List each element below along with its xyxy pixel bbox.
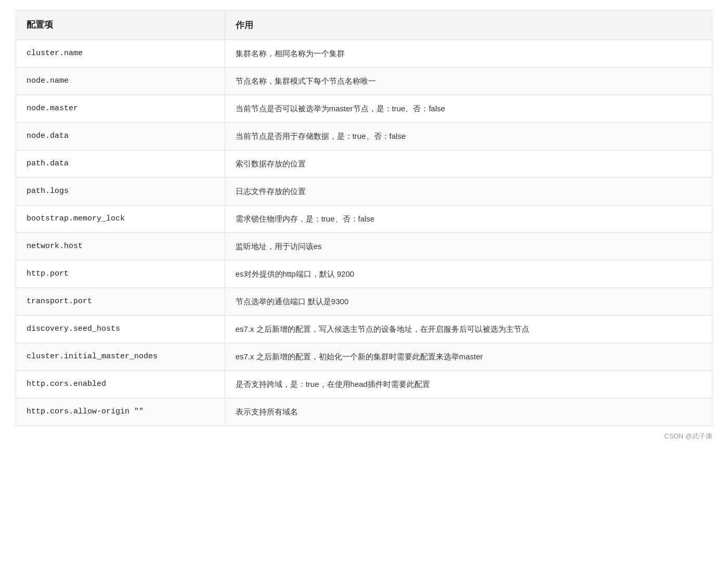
table-row: transport.port节点选举的通信端口 默认是9300 (16, 288, 712, 316)
page-container: 配置项 作用 cluster.name集群名称，相同名称为一个集群node.na… (0, 0, 728, 571)
cell-config: cluster.name (16, 40, 225, 68)
cell-config: path.data (16, 150, 225, 178)
cell-desc: 日志文件存放的位置 (225, 178, 712, 205)
table-row: bootstrap.memory_lock需求锁住物理内存，是：true、否：f… (16, 205, 712, 233)
config-table: 配置项 作用 cluster.name集群名称，相同名称为一个集群node.na… (16, 10, 712, 426)
cell-desc: 节点名称，集群模式下每个节点名称唯一 (225, 68, 712, 95)
cell-config: node.master (16, 95, 225, 123)
cell-config: transport.port (16, 288, 225, 316)
table-row: http.cors.allow-origin ""表示支持所有域名 (16, 398, 712, 426)
watermark: CSDN @武子康 (16, 431, 712, 442)
cell-config: discovery.seed_hosts (16, 316, 225, 343)
cell-desc: 集群名称，相同名称为一个集群 (225, 40, 712, 68)
table-row: cluster.initial_master_nodeses7.x 之后新增的配… (16, 343, 712, 371)
table-body: cluster.name集群名称，相同名称为一个集群node.name节点名称，… (16, 40, 712, 426)
cell-desc: es7.x 之后新增的配置，写入候选主节点的设备地址，在开启服务后可以被选为主节… (225, 316, 712, 343)
cell-desc: 监听地址，用于访问该es (225, 233, 712, 261)
cell-desc: 是否支持跨域，是：true，在使用head插件时需要此配置 (225, 371, 712, 398)
header-usage: 作用 (225, 11, 712, 40)
cell-desc: 当前节点是否可以被选举为master节点，是：true、否：false (225, 95, 712, 123)
cell-config: cluster.initial_master_nodes (16, 343, 225, 371)
table-row: cluster.name集群名称，相同名称为一个集群 (16, 40, 712, 68)
cell-config: path.logs (16, 178, 225, 205)
cell-desc: 当前节点是否用于存储数据，是：true、否：false (225, 123, 712, 150)
table-row: network.host监听地址，用于访问该es (16, 233, 712, 261)
table-row: http.portes对外提供的http端口，默认 9200 (16, 261, 712, 288)
cell-config: node.name (16, 68, 225, 95)
table-row: node.data当前节点是否用于存储数据，是：true、否：false (16, 123, 712, 150)
cell-desc: es7.x 之后新增的配置，初始化一个新的集群时需要此配置来选举master (225, 343, 712, 371)
cell-config: http.cors.enabled (16, 371, 225, 398)
table-row: path.logs日志文件存放的位置 (16, 178, 712, 205)
cell-config: http.port (16, 261, 225, 288)
cell-config: bootstrap.memory_lock (16, 205, 225, 233)
cell-desc: 需求锁住物理内存，是：true、否：false (225, 205, 712, 233)
cell-config: network.host (16, 233, 225, 261)
cell-config: node.data (16, 123, 225, 150)
cell-desc: 表示支持所有域名 (225, 398, 712, 426)
table-header-row: 配置项 作用 (16, 11, 712, 40)
table-row: path.data索引数据存放的位置 (16, 150, 712, 178)
cell-desc: 索引数据存放的位置 (225, 150, 712, 178)
table-row: http.cors.enabled是否支持跨域，是：true，在使用head插件… (16, 371, 712, 398)
cell-desc: es对外提供的http端口，默认 9200 (225, 261, 712, 288)
table-row: node.name节点名称，集群模式下每个节点名称唯一 (16, 68, 712, 95)
header-config: 配置项 (16, 11, 225, 40)
cell-config: http.cors.allow-origin "" (16, 398, 225, 426)
table-row: discovery.seed_hostses7.x 之后新增的配置，写入候选主节… (16, 316, 712, 343)
cell-desc: 节点选举的通信端口 默认是9300 (225, 288, 712, 316)
table-row: node.master当前节点是否可以被选举为master节点，是：true、否… (16, 95, 712, 123)
